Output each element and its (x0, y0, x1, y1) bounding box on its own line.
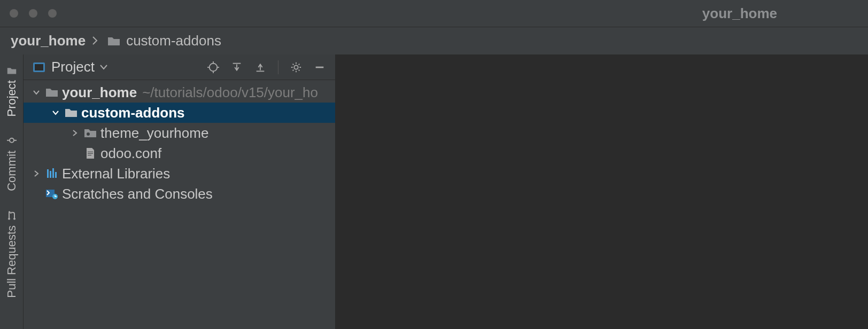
minimize-icon (314, 61, 326, 73)
breadcrumb-root-label: your_home (11, 33, 86, 49)
project-tree: your_home ~/tutorials/odoo/v15/your_ho c… (24, 80, 335, 329)
expand-all-icon (231, 61, 243, 73)
tree-item-odoo-conf[interactable]: odoo.conf (24, 143, 335, 163)
tree-item-theme-yourhome[interactable]: theme_yourhome (24, 123, 335, 143)
svg-rect-20 (50, 171, 51, 178)
folder-icon (7, 64, 16, 77)
project-panel-header: Project (24, 54, 335, 80)
target-icon (207, 61, 219, 73)
tree-item-label: theme_yourhome (100, 125, 208, 142)
settings-button[interactable] (287, 58, 305, 76)
project-panel: Project (24, 54, 336, 329)
tree-item-label: Scratches and Consoles (62, 186, 213, 202)
maximize-window-button[interactable] (48, 9, 57, 18)
tool-tab-pull-label: Pull Requests (5, 225, 19, 298)
folder-icon (64, 107, 78, 118)
hide-panel-button[interactable] (311, 58, 329, 76)
tree-item-scratches[interactable]: Scratches and Consoles (24, 184, 335, 204)
folder-icon (45, 87, 59, 98)
project-panel-title-label: Project (51, 59, 95, 75)
window-controls (10, 9, 57, 18)
svg-point-18 (87, 132, 90, 136)
tool-tab-commit[interactable]: Commit (5, 126, 19, 201)
chevron-right-icon (68, 129, 81, 137)
collapse-all-icon (254, 61, 266, 73)
tree-item-label: custom-addons (81, 105, 185, 121)
svg-point-7 (210, 63, 218, 71)
breadcrumb-root[interactable]: your_home (11, 33, 86, 49)
tree-item-label: odoo.conf (100, 145, 161, 162)
gear-icon (290, 61, 302, 73)
expand-all-button[interactable] (228, 58, 246, 76)
collapse-all-button[interactable] (251, 58, 269, 76)
file-icon (83, 147, 97, 159)
tool-tab-project[interactable]: Project (5, 57, 19, 126)
tree-root-path: ~/tutorials/odoo/v15/your_ho (142, 84, 318, 101)
window-title: your_home (702, 5, 777, 22)
svg-point-16 (294, 65, 298, 69)
editor-area (336, 54, 868, 329)
chevron-right-icon (30, 169, 43, 178)
locate-button[interactable] (204, 58, 222, 76)
library-icon (45, 168, 59, 179)
project-panel-title[interactable]: Project (51, 59, 107, 75)
minimize-window-button[interactable] (29, 9, 37, 18)
breadcrumb-separator-icon (92, 33, 98, 49)
pull-request-icon (7, 208, 17, 222)
svg-rect-22 (55, 172, 57, 178)
titlebar: your_home (0, 0, 868, 27)
svg-rect-21 (52, 168, 54, 178)
svg-rect-6 (35, 64, 43, 70)
tree-item-external-libraries[interactable]: External Libraries (24, 163, 335, 184)
left-tool-strip: Project Commit Pull Requests (0, 54, 24, 329)
breadcrumb-child[interactable]: custom-addons (105, 33, 221, 49)
chevron-down-icon (30, 88, 43, 97)
chevron-down-icon (49, 108, 62, 117)
breadcrumb-child-label: custom-addons (126, 33, 221, 49)
project-view-icon (32, 62, 46, 72)
tool-tab-pull-requests[interactable]: Pull Requests (5, 201, 19, 308)
tree-root[interactable]: your_home ~/tutorials/odoo/v15/your_ho (24, 82, 335, 103)
svg-point-3 (8, 218, 10, 220)
close-window-button[interactable] (10, 9, 18, 18)
tool-tab-commit-label: Commit (5, 151, 19, 191)
tree-item-label: External Libraries (62, 166, 170, 182)
toolbar-divider (278, 60, 278, 74)
svg-rect-19 (47, 169, 49, 178)
scratches-icon (45, 188, 59, 200)
svg-point-0 (10, 138, 14, 143)
tool-tab-project-label: Project (5, 80, 19, 116)
commit-icon (7, 134, 17, 147)
dropdown-icon (100, 65, 107, 70)
folder-icon (107, 36, 121, 46)
tree-item-custom-addons[interactable]: custom-addons (24, 103, 335, 123)
breadcrumb: your_home custom-addons (0, 27, 868, 54)
tree-root-label: your_home (62, 84, 137, 101)
module-folder-icon (83, 128, 97, 138)
svg-point-4 (13, 218, 15, 220)
